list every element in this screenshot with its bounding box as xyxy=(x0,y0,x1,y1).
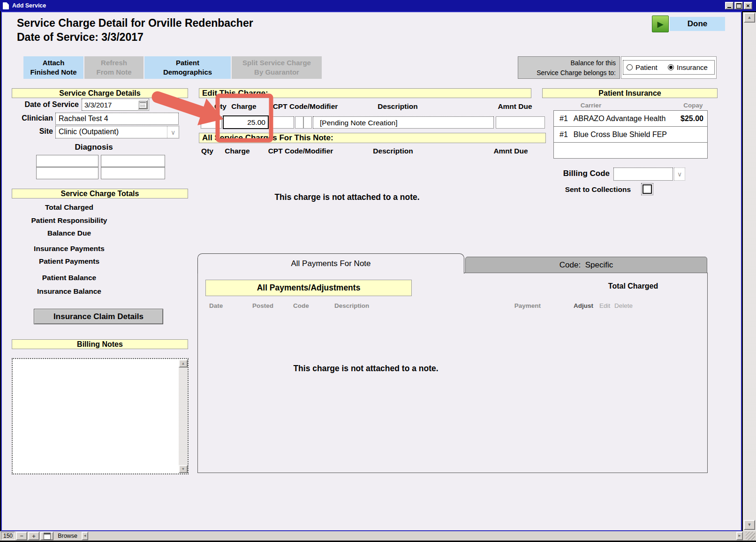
no-note-message-1: This charge is not attached to a note. xyxy=(216,192,478,202)
cpt-code-field[interactable] xyxy=(271,116,294,129)
site-select[interactable]: Clinic (Outpatient) ∨ xyxy=(55,126,179,138)
layout-view-button[interactable] xyxy=(40,532,53,540)
minimize-button[interactable] xyxy=(725,2,733,9)
page-number-box[interactable]: 150 xyxy=(1,532,15,540)
split-service-charge-button: Split Service Charge By Guarantor xyxy=(232,56,322,79)
col-cpt: CPT Code/Modifier xyxy=(270,102,341,111)
date-of-service-field[interactable]: 3/3/2017 xyxy=(82,99,149,111)
no-note-message-2: This charge is not attached to a note. xyxy=(234,364,497,374)
mode-indicator[interactable]: Browse xyxy=(54,532,81,540)
left-arrow-icon: ◄ xyxy=(83,534,87,538)
billing-code-select[interactable] xyxy=(613,168,673,181)
patient-balance-label: Patient Balance xyxy=(0,274,138,282)
close-icon: ✕ xyxy=(746,3,750,8)
insurance-payments-label: Insurance Payments xyxy=(0,244,138,253)
billing-notes-header: Billing Notes xyxy=(12,339,188,349)
billing-notes-scrollbar[interactable] xyxy=(179,359,188,473)
mode-label: Browse xyxy=(58,533,77,539)
insurance-carrier: Blue Cross Blue Shield FEP xyxy=(574,130,667,139)
chevron-down-icon: ∨ xyxy=(677,171,682,177)
site-label: Site xyxy=(0,127,53,136)
insurance-claim-details-button[interactable]: Insurance Claim Details xyxy=(34,309,163,324)
hscroll-right-button[interactable]: ► xyxy=(736,532,743,540)
balance-caption: Balance for this Service Charge belongs … xyxy=(518,56,620,79)
payments-col-payment: Payment xyxy=(508,302,541,309)
insurance-rank: #1 xyxy=(559,130,568,139)
done-play-button[interactable]: ▶ xyxy=(652,15,669,32)
billing-notes-input[interactable] xyxy=(12,358,189,474)
col2-cpt: CPT Code/Modifier xyxy=(265,147,336,155)
payments-col-date: Date xyxy=(209,302,223,309)
scroll-up-button[interactable]: ▲ xyxy=(744,13,755,23)
clinician-field[interactable]: Rachael Test 4 xyxy=(55,113,179,125)
resize-grip[interactable] xyxy=(746,532,755,540)
col2-amnt-due: Amnt Due xyxy=(492,147,529,155)
page-title: Service Charge Detail for Orville Redenb… xyxy=(17,17,253,30)
attach-finished-note-button[interactable]: Attach Finished Note xyxy=(23,56,83,79)
tab-code-specific[interactable]: Code: Specific xyxy=(465,257,707,273)
minimize-icon xyxy=(727,7,731,8)
zoom-out-icon: − xyxy=(20,533,23,539)
tab-all-payments-for-note[interactable]: All Payments For Note xyxy=(197,253,464,274)
down-arrow-icon: ▼ xyxy=(748,523,752,527)
insurance-row-3[interactable] xyxy=(554,143,707,158)
payments-edit-link[interactable]: Edit xyxy=(599,302,610,309)
amnt-due-field[interactable] xyxy=(496,116,545,129)
payments-col-description: Description xyxy=(334,302,369,309)
zoom-in-button[interactable]: + xyxy=(28,532,39,540)
vertical-scrollbar[interactable] xyxy=(743,12,756,531)
charge-field[interactable]: 25.00 xyxy=(223,115,269,129)
payments-col-posted: Posted xyxy=(252,302,273,309)
diagnosis-label: Diagnosis xyxy=(28,143,159,152)
diagnosis-box-2[interactable] xyxy=(101,155,165,167)
billing-notes-scroll-up-button[interactable]: ▲ xyxy=(179,359,188,367)
sent-to-collections-checkbox[interactable] xyxy=(643,184,652,194)
billing-code-label: Billing Code xyxy=(535,169,610,178)
service-charge-totals-header: Service Charge Totals xyxy=(12,189,188,198)
patient-radio-label[interactable]: Patient xyxy=(635,63,658,71)
done-button[interactable]: Done xyxy=(670,17,725,31)
qty-field[interactable] xyxy=(201,116,222,129)
close-button[interactable]: ✕ xyxy=(744,2,752,9)
patient-demographics-button[interactable]: Patient Demographics xyxy=(144,56,231,79)
insurance-radio-label[interactable]: Insurance xyxy=(677,63,708,71)
carrier-column-label: Carrier xyxy=(563,102,619,109)
insurance-row-1[interactable]: #1 ABRAZO Advantage Health $25.00 xyxy=(554,111,707,127)
diagnosis-box-1[interactable] xyxy=(36,155,98,167)
up-arrow-icon: ▲ xyxy=(748,15,752,20)
payments-col-adjust: Adjust xyxy=(574,302,593,309)
diagnosis-box-4[interactable] xyxy=(101,167,165,179)
modifier-field-2[interactable] xyxy=(303,116,312,129)
chevron-down-icon: ∨ xyxy=(171,129,175,136)
tab-code-specific-label: Code: Specific xyxy=(559,260,613,270)
billing-notes-scroll-down-button[interactable]: ▼ xyxy=(179,465,188,473)
patient-responsibility-label: Patient Responsibility xyxy=(0,216,138,225)
description-field[interactable]: [Pending Note Creation] xyxy=(313,116,494,129)
site-chevron-button[interactable]: ∨ xyxy=(167,126,179,138)
date-of-service-value: 3/3/2017 xyxy=(84,101,112,109)
edit-this-charge-header: Edit This Charge: xyxy=(199,88,531,98)
insurance-row-2[interactable]: #1 Blue Cross Blue Shield FEP xyxy=(554,127,707,143)
payments-col-code: Code xyxy=(293,302,309,309)
insurance-copay: $25.00 xyxy=(680,115,703,123)
billing-code-chevron-button[interactable]: ∨ xyxy=(674,168,685,181)
calendar-button[interactable] xyxy=(138,100,148,109)
add-service-window: Add Service ✕ Service Charge Detail for … xyxy=(0,0,756,542)
down-arrow-icon: ▼ xyxy=(181,467,185,471)
maximize-button[interactable] xyxy=(734,2,743,9)
hscroll-left-button[interactable]: ◄ xyxy=(82,532,88,540)
diagnosis-box-3[interactable] xyxy=(36,167,98,179)
payments-delete-link[interactable]: Delete xyxy=(614,302,633,309)
zoom-out-button[interactable]: − xyxy=(16,532,27,540)
layout-view-icon xyxy=(44,533,51,540)
modifier-field-1[interactable] xyxy=(295,116,303,129)
col-description: Description xyxy=(374,102,421,111)
clinician-label: Clinician xyxy=(0,114,53,122)
insurance-table: #1 ABRAZO Advantage Health $25.00 #1 Blu… xyxy=(553,110,708,159)
patient-radio[interactable] xyxy=(627,64,633,70)
document-icon xyxy=(3,2,9,9)
insurance-balance-label: Insurance Balance xyxy=(0,287,138,296)
description-value: [Pending Note Creation] xyxy=(320,119,397,127)
insurance-radio[interactable] xyxy=(668,64,674,70)
scroll-down-button[interactable]: ▼ xyxy=(744,520,755,530)
